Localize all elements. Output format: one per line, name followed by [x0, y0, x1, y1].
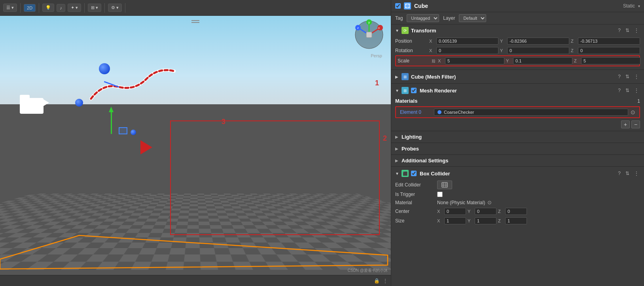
lighting-title: Lighting [402, 134, 640, 140]
position-z-input[interactable] [578, 38, 640, 45]
position-x-input[interactable] [436, 38, 498, 45]
red-selection-rect [170, 120, 380, 235]
mesh-filter-settings-btn[interactable]: ⇅ [624, 73, 631, 80]
transform-properties: Position X Y Z Rotation X Y Z [391, 36, 644, 69]
bc-size-y[interactable] [475, 217, 496, 224]
box-collider-header[interactable]: ▼ ⬛ Box Collider ? ⇅ ⋮ [391, 167, 644, 179]
object-name: Cube [414, 3, 620, 9]
svg-text:z: z [357, 26, 359, 30]
mesh-filter-menu-btn[interactable]: ⋮ [633, 73, 640, 80]
materials-plus-minus: + − [391, 119, 644, 130]
rotation-y-input[interactable] [507, 47, 569, 54]
position-y-input[interactable] [507, 38, 569, 45]
camera-view-btn[interactable]: ⊞ ▾ [88, 4, 101, 12]
mesh-renderer-icon: ⊞ [402, 87, 409, 94]
blue-sphere-1 [99, 63, 110, 74]
transform-section-header[interactable]: ▼ ⟳ Transform ? ⇅ ⋮ [391, 24, 644, 36]
scale-x-input[interactable] [445, 57, 504, 64]
layer-dropdown[interactable]: Default [459, 14, 486, 22]
scale-label: Scale [398, 58, 429, 64]
light-btn[interactable]: 💡 [42, 4, 54, 12]
context-menu-icon[interactable]: ⋮ [383, 278, 388, 284]
materials-row: Materials 1 [391, 96, 644, 105]
audio-btn[interactable]: ♪ [57, 4, 65, 12]
green-y-arrow [109, 107, 114, 134]
scene-bottom-bar: 🔒 ⋮ [0, 275, 391, 286]
mesh-filter-header[interactable]: ▶ ⊞ Cube (Mesh Filter) ? ⇅ ⋮ [391, 71, 644, 83]
probes-section[interactable]: ▶ Probes [391, 144, 644, 154]
transform-title: Transform [411, 28, 614, 34]
2d-btn[interactable]: 2D [24, 4, 36, 12]
bc-center-x[interactable] [444, 208, 466, 215]
scene-gizmo[interactable]: x y z [353, 19, 385, 51]
bc-size-x[interactable] [444, 217, 466, 224]
transform-help-btn[interactable]: ? [617, 27, 622, 34]
scale-row: Scale ⛓ X Y Z [395, 55, 640, 66]
bc-center-z[interactable] [505, 208, 527, 215]
hand-tool-btn[interactable]: ☰ ▾ [3, 4, 17, 12]
persp-label: Persp [371, 53, 382, 58]
mesh-renderer-settings-btn[interactable]: ⇅ [624, 87, 631, 94]
svg-rect-10 [366, 32, 372, 38]
hamburger-menu[interactable] [191, 19, 199, 24]
scale-xyz: X Y Z [438, 57, 640, 64]
is-trigger-label: Is Trigger [395, 192, 435, 197]
scale-z-input[interactable] [581, 57, 640, 64]
element-0-value-btn[interactable]: CoarseChecker [434, 109, 628, 116]
box-collider-help-btn[interactable]: ? [617, 170, 622, 177]
is-trigger-checkbox[interactable] [437, 192, 443, 197]
lock-icon[interactable]: 🔒 [374, 278, 380, 284]
mesh-renderer-help-btn[interactable]: ? [617, 87, 622, 94]
rotation-z-input[interactable] [578, 47, 640, 54]
effects-btn[interactable]: ✦ ▾ [68, 4, 81, 12]
sep2 [39, 3, 39, 13]
bc-center-y[interactable] [475, 208, 496, 215]
bc-material-value: None (Physic Material) [437, 200, 485, 205]
rotation-row: Rotation X Y Z [395, 46, 640, 55]
bc-center-xyz: X Y Z [437, 208, 640, 215]
mini-cube-gizmo [119, 127, 127, 134]
position-label: Position [395, 38, 427, 44]
static-dropdown[interactable]: ▾ [638, 4, 640, 8]
box-collider-settings-btn[interactable]: ⇅ [624, 170, 631, 177]
layer-label: Layer [443, 15, 455, 21]
scale-y-input[interactable] [513, 57, 572, 64]
mesh-filter-arrow: ▶ [395, 75, 399, 79]
mesh-renderer-menu-btn[interactable]: ⋮ [633, 87, 640, 94]
transform-settings-btn[interactable]: ⇅ [624, 27, 631, 34]
lighting-section[interactable]: ▶ Lighting [391, 132, 644, 142]
bc-size-z[interactable] [505, 217, 527, 224]
box-collider-title: Box Collider [420, 171, 614, 177]
mesh-renderer-checkbox[interactable] [411, 88, 417, 93]
edit-collider-btn[interactable] [437, 181, 452, 189]
scene-view: ☰ ▾ 2D 💡 ♪ ✦ ▾ ⊞ ▾ ⚙ ▾ [0, 0, 391, 286]
static-label: Static [623, 3, 635, 9]
additional-settings-section[interactable]: ▶ Additional Settings [391, 156, 644, 166]
rotation-x-input[interactable] [436, 47, 498, 54]
scale-link-icon[interactable]: ⛓ [432, 59, 436, 63]
box-collider-checkbox[interactable] [411, 171, 417, 176]
add-material-btn[interactable]: + [621, 120, 630, 128]
element-0-label: Element 0 [400, 109, 432, 115]
bc-size-label: Size [395, 218, 435, 224]
sep1 [20, 3, 21, 13]
mesh-renderer-header[interactable]: ▼ ⊞ Mesh Renderer ? ⇅ ⋮ [391, 85, 644, 96]
svg-rect-16 [407, 5, 408, 7]
gizmos-btn[interactable]: ⚙ ▾ [108, 4, 122, 12]
object-active-checkbox[interactable] [395, 3, 401, 9]
svg-text:y: y [368, 21, 370, 24]
camera-object [20, 95, 44, 114]
mesh-filter-help-btn[interactable]: ? [617, 73, 622, 80]
mesh-filter-icon: ⊞ [402, 73, 409, 80]
probes-title: Probes [402, 146, 640, 152]
is-trigger-row: Is Trigger [391, 190, 644, 198]
element-0-row: Element 0 CoarseChecker ⊙ [395, 106, 640, 118]
transform-menu-btn[interactable]: ⋮ [633, 27, 640, 34]
probes-arrow: ▶ [395, 147, 399, 151]
tag-dropdown[interactable]: Untagged [407, 14, 439, 22]
bc-material-label: Material [395, 200, 435, 205]
box-collider-menu-btn[interactable]: ⋮ [633, 170, 640, 177]
element-0-target-btn[interactable]: ⊙ [631, 109, 635, 115]
remove-material-btn[interactable]: − [631, 120, 640, 128]
bc-material-target-btn[interactable]: ⊙ [487, 199, 492, 205]
